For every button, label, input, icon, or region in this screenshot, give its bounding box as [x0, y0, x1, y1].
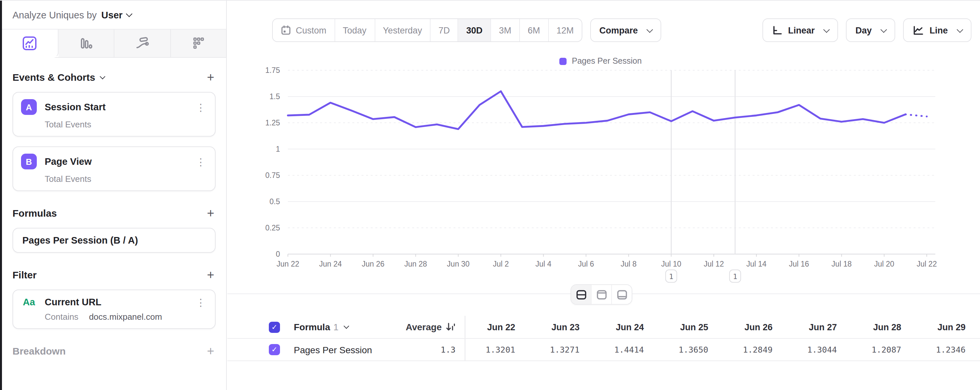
svg-text:Jul 12: Jul 12 — [704, 260, 724, 268]
row-series-name: Pages Per Session — [294, 344, 372, 355]
chevron-down-icon — [647, 26, 653, 33]
table-cell-value: 1.2849 — [723, 345, 787, 355]
kebab-menu-icon[interactable]: ⋮ — [194, 157, 207, 166]
formula-card[interactable]: Pages Per Session (B / A) — [13, 228, 216, 253]
query-builder-sidebar: Analyze Uniques by User — [2, 1, 227, 390]
chevron-down-icon — [100, 73, 105, 79]
toggle-table-only[interactable] — [612, 285, 632, 304]
filter-operator[interactable]: Contains — [45, 312, 78, 322]
string-property-icon: Aa — [21, 297, 37, 307]
table-date-values: 1.32011.32711.44141.36501.28491.30441.20… — [465, 339, 980, 360]
svg-text:Jun 22: Jun 22 — [276, 260, 299, 268]
svg-text:Jul 8: Jul 8 — [621, 260, 637, 268]
date-range-12m[interactable]: 12M — [549, 19, 582, 41]
tab-bar-chart[interactable] — [58, 30, 115, 57]
date-range-30d[interactable]: 30D — [458, 19, 491, 41]
event-aggregation[interactable]: Total Events — [45, 174, 207, 184]
date-range-label: Yesterday — [383, 25, 422, 35]
formula-title: Pages Per Session (B / A) — [22, 235, 138, 246]
svg-text:1.5: 1.5 — [269, 92, 280, 101]
svg-text:1: 1 — [276, 145, 280, 153]
chart-type-dropdown[interactable]: Line — [903, 18, 972, 42]
table-column-header: Jun 29 — [916, 322, 980, 332]
chevron-down-icon — [126, 11, 133, 17]
filter-header: Filter — [13, 269, 37, 281]
table-cell-value: 1.3201 — [465, 345, 530, 355]
query-sections: Events & Cohorts + A Session Start ⋮ Tot… — [2, 58, 226, 357]
date-range-6m[interactable]: 6M — [520, 19, 549, 41]
select-all-checkbox[interactable]: ✓ — [269, 322, 280, 333]
add-breakdown-button[interactable]: + — [206, 345, 216, 357]
grid-pivot-icon — [190, 35, 207, 52]
filter-value[interactable]: docs.mixpanel.com — [89, 312, 162, 322]
event-title: Session Start — [45, 102, 105, 112]
table-cell-value: 1.2087 — [851, 345, 916, 355]
svg-text:Jul 4: Jul 4 — [535, 260, 552, 268]
table-column-header: Jun 25 — [658, 322, 723, 332]
chart-legend[interactable]: Pages Per Session — [559, 57, 642, 66]
linear-scale-icon — [772, 25, 783, 36]
analyze-entity-dropdown[interactable]: User — [101, 10, 132, 20]
filter-card-current-url[interactable]: Aa Current URL ⋮ Contains docs.mixpanel.… — [13, 290, 216, 329]
compare-label: Compare — [600, 25, 638, 35]
date-range-yesterday[interactable]: Yesterday — [375, 19, 431, 41]
chevron-down-icon — [957, 26, 963, 33]
svg-text:1.25: 1.25 — [265, 119, 280, 127]
average-sort-button[interactable]: Average — [406, 322, 456, 332]
kebab-menu-icon[interactable]: ⋮ — [194, 297, 207, 307]
svg-text:Jul 20: Jul 20 — [874, 260, 894, 268]
date-range-custom[interactable]: Custom — [273, 19, 335, 41]
compare-button[interactable]: Compare — [590, 18, 662, 42]
table-column-header: Jun 26 — [723, 322, 787, 332]
date-range-7d[interactable]: 7D — [431, 19, 458, 41]
date-range-today[interactable]: Today — [335, 19, 375, 41]
svg-text:Jul 2: Jul 2 — [493, 260, 509, 268]
scale-label: Linear — [788, 25, 815, 35]
svg-text:Jun 30: Jun 30 — [447, 260, 469, 268]
svg-text:Jun 28: Jun 28 — [404, 260, 427, 268]
table-cell-value: 1.3650 — [658, 345, 723, 355]
line-chart-svg[interactable]: 00.250.50.7511.251.51.7511Jun 22Jun 24Ju… — [255, 65, 968, 288]
app-root: Analyze Uniques by User — [0, 0, 980, 390]
legend-label: Pages Per Session — [572, 57, 642, 66]
toggle-chart-only[interactable] — [592, 285, 612, 304]
svg-text:Jun 24: Jun 24 — [319, 260, 342, 268]
analyze-header: Analyze Uniques by User — [2, 1, 226, 30]
table-cell-value: 1.4414 — [594, 345, 659, 355]
table-column-header: Jun 27 — [787, 322, 851, 332]
date-range-control: CustomTodayYesterday7D30D3M6M12M — [272, 18, 582, 42]
tab-flows[interactable] — [115, 30, 170, 57]
row-average-value: 1.3 — [441, 345, 455, 355]
row-checkbox[interactable]: ✓ — [269, 344, 280, 355]
date-range-label: Custom — [296, 25, 326, 35]
date-range-label: 30D — [466, 25, 483, 35]
average-header-label: Average — [406, 322, 442, 332]
event-card-session-start[interactable]: A Session Start ⋮ Total Events — [13, 92, 216, 136]
date-range-label: Today — [343, 25, 366, 35]
tab-grid-pivot[interactable] — [170, 30, 226, 57]
date-range-label: 3M — [499, 25, 511, 35]
visualization-tabbar — [2, 30, 226, 58]
add-filter-button[interactable]: + — [206, 268, 216, 281]
svg-text:Jul 18: Jul 18 — [832, 260, 851, 268]
interval-dropdown[interactable]: Day — [846, 18, 896, 42]
svg-text:Jul 6: Jul 6 — [578, 260, 594, 268]
date-range-label: 12M — [556, 25, 574, 35]
tab-insights-chart[interactable] — [2, 30, 58, 58]
event-aggregation[interactable]: Total Events — [45, 119, 207, 129]
kebab-menu-icon[interactable]: ⋮ — [194, 102, 207, 112]
svg-text:0: 0 — [276, 250, 280, 258]
add-formula-button[interactable]: + — [206, 207, 216, 219]
svg-text:Jun 26: Jun 26 — [362, 260, 385, 268]
event-card-page-view[interactable]: B Page View ⋮ Total Events — [13, 146, 216, 191]
analyze-label: Analyze Uniques by — [13, 10, 97, 20]
formula-dropdown[interactable]: Formula 1 — [294, 322, 348, 332]
date-range-3m[interactable]: 3M — [491, 19, 520, 41]
table-row: ✓ Pages Per Session 1.3 1.32011.32711.44… — [228, 339, 980, 361]
add-event-button[interactable]: + — [206, 71, 216, 83]
breakdown-header: Breakdown — [13, 346, 66, 357]
date-range-label: 6M — [528, 25, 540, 35]
events-cohorts-header[interactable]: Events & Cohorts — [13, 71, 105, 83]
toggle-split-view[interactable] — [571, 285, 592, 304]
scale-dropdown[interactable]: Linear — [762, 18, 838, 42]
